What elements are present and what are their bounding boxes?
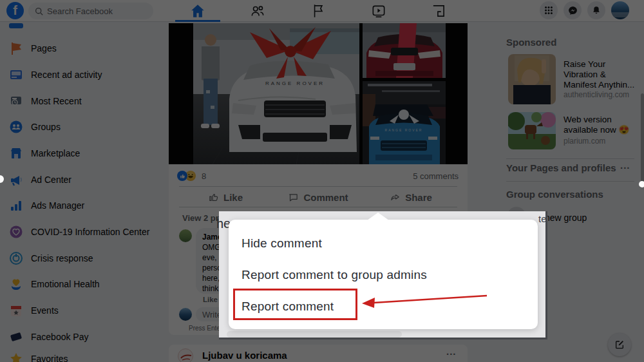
sidebar-item-groups[interactable]: Groups (9, 119, 61, 135)
reactions-count[interactable]: 8 (202, 171, 206, 181)
sponsored-ad-thumbnail[interactable] (508, 54, 556, 104)
share-outline-icon (390, 192, 401, 203)
ad-center-icon (9, 173, 23, 187)
sidebar-item-label: Recent ad activity (31, 70, 102, 80)
like-reaction-icon[interactable] (177, 171, 187, 181)
like-outline-icon (208, 192, 219, 203)
home-icon (189, 3, 206, 19)
ad-title-line: Vibration & (564, 70, 636, 80)
ad-title-line: Web version (564, 115, 636, 125)
most-recent-icon (9, 94, 23, 108)
sponsored-ad-thumbnail[interactable] (508, 112, 556, 149)
marketplace-icon (9, 146, 23, 160)
post-photo-red-car[interactable] (363, 23, 446, 78)
sidebar-item-favorites[interactable]: Favorites (9, 351, 68, 362)
menu-item-report-to-admins[interactable]: Report comment to group admins (242, 268, 427, 282)
ad-domain: plarium.com (564, 137, 636, 146)
sidebar-item-label: Most Recent (31, 96, 82, 106)
ad-title-line: Raise Your (564, 59, 636, 70)
sidebar-item-most-recent[interactable]: Most Recent (9, 93, 82, 109)
composer-avatar (179, 308, 192, 321)
comment-button[interactable]: Comment (272, 188, 365, 206)
sidebar-item-pages[interactable]: Pages (9, 41, 57, 56)
comment-outline-icon (288, 192, 299, 203)
apps-menu-button[interactable] (540, 1, 558, 19)
ad-title-line: available now 😍 (564, 125, 636, 135)
sidebar-item-ad-center[interactable]: Ad Center (9, 172, 71, 187)
sidebar-item-label: Crisis response (31, 253, 93, 263)
group-conversations-heading: Group conversations (506, 189, 603, 200)
favorites-icon (9, 352, 23, 362)
tab-home[interactable] (189, 3, 206, 22)
next-post-avatar[interactable] (178, 348, 193, 362)
compose-icon (614, 339, 625, 350)
tab-pages[interactable] (310, 3, 327, 22)
notifications-button[interactable] (587, 1, 605, 19)
sidebar-item-partial-icon (9, 23, 23, 28)
post-photo-grid[interactable]: RANGE ROVER (169, 23, 468, 164)
pages-profiles-menu-button[interactable]: ... (620, 160, 630, 171)
sidebar-item-label: Pages (31, 43, 57, 53)
menu-caret (367, 213, 389, 220)
comment-button-label: Comment (303, 192, 348, 203)
menu-item-hide-comment[interactable]: Hide comment (242, 236, 322, 251)
commenter-avatar[interactable] (179, 229, 192, 242)
sidebar-item-crisis-response[interactable]: Crisis response (9, 251, 93, 266)
sidebar-item-emotional-health[interactable]: Emotional Health (9, 276, 100, 292)
sidebar-item-label: Favorites (31, 354, 68, 362)
ad-domain: authenticliving.com (564, 90, 636, 99)
ads-manager-icon (9, 198, 23, 213)
friends-icon (249, 3, 266, 19)
tab-friends[interactable] (249, 3, 266, 22)
like-button-label: Like (223, 192, 243, 203)
sidebar-item-label: Ads Manager (31, 200, 84, 211)
next-post-name[interactable]: Ljubav u koricama (202, 350, 287, 361)
divider (506, 181, 634, 182)
profile-avatar[interactable] (611, 1, 629, 19)
pages-flag-icon (310, 3, 327, 19)
post-photo-blue-car[interactable]: RANGE ROVER (363, 81, 446, 164)
facebook-page: f Search Facebook (0, 0, 644, 362)
hidden-composer-pill (227, 331, 402, 338)
annotation-arrow (359, 291, 489, 309)
search-input[interactable]: Search Facebook (28, 3, 153, 19)
sidebar-item-label: Emotional Health (31, 279, 100, 289)
compose-post-button[interactable] (608, 333, 631, 356)
hidden-text-fragment-right: te (538, 213, 547, 224)
facebook-pay-icon (9, 330, 23, 344)
sidebar-item-label: Events (31, 305, 59, 316)
comment-like-link[interactable]: Like (203, 296, 218, 303)
like-button[interactable]: Like (179, 188, 272, 206)
next-post-menu-button[interactable]: ... (446, 346, 457, 357)
covid-icon (9, 225, 23, 239)
active-tab-underline (175, 20, 220, 22)
apps-grid-icon (544, 5, 554, 15)
facebook-logo-icon[interactable]: f (6, 2, 24, 19)
messenger-button[interactable] (564, 1, 582, 19)
ad-activity-icon (9, 68, 23, 82)
left-edge-dot (0, 175, 4, 183)
pages-profiles-heading: Your Pages and profiles (506, 162, 616, 173)
comments-count[interactable]: 5 comments (386, 171, 459, 181)
sidebar-item-facebook-pay[interactable]: Facebook Pay (9, 329, 89, 345)
sidebar-item-label: Facebook Pay (31, 332, 89, 342)
watch-icon (370, 3, 387, 19)
sidebar-item-covid[interactable]: COVID-19 Information Center (9, 224, 149, 240)
share-button[interactable]: Share (365, 188, 457, 206)
scrollbar-thumb[interactable] (641, 93, 644, 184)
post-photo-main-white-car[interactable]: RANGE ROVER (193, 23, 359, 164)
flag-icon (9, 41, 23, 55)
sidebar-item-recent-ad-activity[interactable]: Recent ad activity (9, 67, 102, 82)
sponsored-ad-text[interactable]: Raise Your Vibration & Manifest Anythin.… (564, 59, 636, 99)
sidebar-item-ads-manager[interactable]: Ads Manager (9, 198, 84, 213)
tab-gaming[interactable] (430, 3, 447, 22)
divider (179, 186, 457, 187)
search-icon (35, 7, 43, 15)
svg-text:RANGE ROVER: RANGE ROVER (265, 81, 325, 86)
sponsored-ad-text[interactable]: Web version available now 😍 plarium.com (564, 115, 636, 146)
groups-icon (9, 120, 23, 134)
sidebar-item-marketplace[interactable]: Marketplace (9, 146, 80, 161)
sidebar-item-events[interactable]: Events (9, 303, 59, 318)
ad-title-line: Manifest Anythin... (564, 80, 636, 90)
tab-watch[interactable] (370, 3, 387, 22)
